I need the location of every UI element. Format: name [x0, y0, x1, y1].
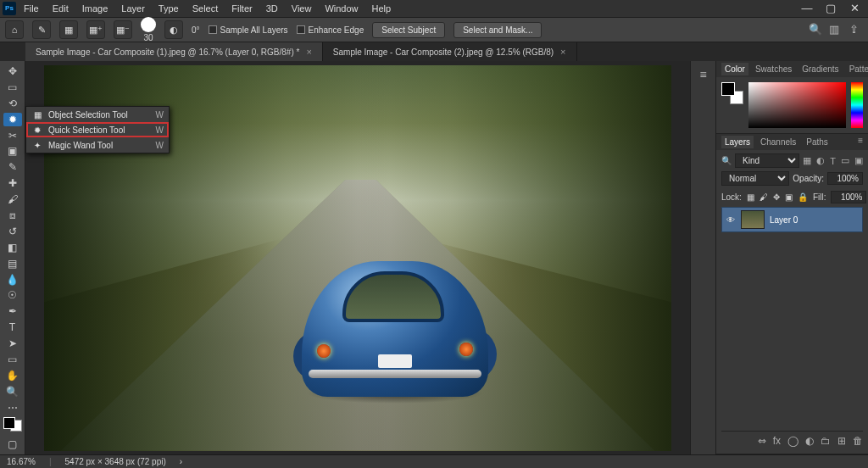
screen-mode-icon[interactable]: ▢ [3, 437, 22, 451]
path-selection-tool[interactable]: ➤ [3, 337, 22, 350]
delete-layer-icon[interactable]: 🗑 [853, 435, 863, 447]
flyout-object-selection[interactable]: ▦ Object Selection Tool W [26, 107, 169, 122]
window-close-icon[interactable]: ✕ [843, 0, 865, 17]
new-layer-icon[interactable]: ⊞ [837, 435, 846, 447]
tab-swatches[interactable]: Swatches [752, 63, 795, 75]
share-icon[interactable]: ⇪ [849, 23, 863, 36]
zoom-tool[interactable]: 🔍 [3, 385, 22, 398]
tab-layers[interactable]: Layers [721, 136, 754, 148]
layer-filter-select[interactable]: Kind [735, 153, 799, 168]
workspace-icon[interactable]: ▥ [829, 23, 843, 36]
lock-pixels-icon[interactable]: 🖌 [760, 192, 768, 202]
menu-select[interactable]: Select [186, 2, 225, 15]
filter-shape-icon[interactable]: ▭ [841, 155, 849, 166]
flyout-quick-selection[interactable]: ✹ Quick Selection Tool W [26, 122, 169, 137]
blur-tool[interactable]: 💧 [3, 273, 22, 287]
filter-smart-icon[interactable]: ▣ [854, 155, 863, 166]
document-tab-2[interactable]: Sample Image - Car Composite (2).jpeg @ … [323, 42, 577, 61]
tool-preset-icon[interactable]: ✎ [32, 20, 51, 39]
pen-tool[interactable]: ✒ [3, 304, 22, 318]
menu-filter[interactable]: Filter [225, 2, 258, 15]
lock-transparency-icon[interactable]: ▦ [747, 192, 754, 202]
menu-view[interactable]: View [286, 2, 318, 15]
healing-brush-tool[interactable]: ✚ [3, 176, 22, 190]
tab-paths[interactable]: Paths [803, 136, 832, 148]
angle-label: 0° [192, 25, 200, 35]
menu-image[interactable]: Image [76, 2, 114, 15]
edit-toolbar-icon[interactable]: ⋯ [3, 401, 22, 415]
visibility-icon[interactable]: 👁 [726, 215, 736, 225]
lock-position-icon[interactable]: ✥ [773, 192, 780, 202]
collapsed-dock[interactable]: ≡ [690, 61, 715, 454]
eraser-tool[interactable]: ◧ [3, 241, 22, 254]
panel-menu-icon[interactable]: ≡ [858, 136, 863, 148]
quick-selection-tool[interactable]: ✹ [3, 113, 22, 126]
menu-help[interactable]: Help [366, 2, 398, 15]
brush-angle-icon[interactable]: ◐ [164, 20, 183, 39]
enhance-edge-checkbox[interactable]: Enhance Edge [297, 25, 364, 35]
close-tab-icon[interactable]: × [560, 47, 565, 57]
new-selection-icon[interactable]: ▦ [59, 20, 78, 39]
subtract-selection-icon[interactable]: ▦⁻ [114, 20, 132, 39]
move-tool[interactable]: ✥ [3, 64, 22, 78]
filter-adjust-icon[interactable]: ◐ [816, 155, 825, 166]
flyout-magic-wand[interactable]: ✦ Magic Wand Tool W [26, 137, 169, 153]
menu-3d[interactable]: 3D [260, 2, 284, 15]
tab-channels[interactable]: Channels [757, 136, 799, 148]
filter-pixel-icon[interactable]: ▦ [803, 155, 811, 166]
dodge-tool[interactable]: ☉ [3, 288, 22, 302]
menu-edit[interactable]: Edit [47, 2, 75, 15]
opacity-input[interactable]: 100% [827, 172, 863, 185]
tab-gradients[interactable]: Gradients [798, 63, 842, 75]
zoom-level[interactable]: 16.67% [7, 457, 36, 466]
tab-patterns[interactable]: Patterns [846, 63, 868, 75]
brush-preview-icon[interactable] [141, 17, 156, 32]
tab-color[interactable]: Color [721, 63, 748, 75]
lock-all-icon[interactable]: 🔒 [798, 192, 808, 202]
shortcut-label: W [156, 141, 164, 150]
blend-mode-select[interactable]: Normal [721, 171, 789, 186]
menu-file[interactable]: File [18, 2, 45, 15]
lock-artboard-icon[interactable]: ▣ [785, 192, 793, 202]
layer-name[interactable]: Layer 0 [770, 215, 859, 225]
rectangle-tool[interactable]: ▭ [3, 353, 22, 366]
type-tool[interactable]: T [3, 320, 22, 334]
select-subject-button[interactable]: Select Subject [372, 22, 445, 38]
window-restore-icon[interactable]: ▢ [820, 0, 842, 17]
menu-layer[interactable]: Layer [115, 2, 151, 15]
select-and-mask-button[interactable]: Select and Mask... [453, 22, 542, 38]
color-swatch-icon[interactable] [721, 82, 743, 104]
crop-tool[interactable]: ✂ [3, 129, 22, 142]
window-minimize-icon[interactable]: — [796, 0, 818, 17]
document-tab-label: Sample Image - Car Composite (1).jpeg @ … [36, 47, 299, 57]
layer-fx-icon[interactable]: fx [773, 435, 781, 447]
layer-mask-icon[interactable]: ◯ [787, 435, 798, 447]
filter-type-icon[interactable]: T [830, 156, 836, 166]
menu-type[interactable]: Type [153, 2, 185, 15]
adjustment-layer-icon[interactable]: ◐ [805, 435, 814, 447]
layer-thumbnail[interactable] [741, 210, 765, 229]
marquee-tool[interactable]: ▭ [3, 81, 22, 94]
close-tab-icon[interactable]: × [306, 47, 311, 57]
menu-window[interactable]: Window [319, 2, 364, 15]
layer-item[interactable]: 👁 Layer 0 [721, 207, 863, 232]
gradient-tool[interactable]: ▤ [3, 257, 22, 270]
add-selection-icon[interactable]: ▦⁺ [86, 20, 105, 39]
lasso-tool[interactable]: ⟲ [3, 97, 22, 110]
history-brush-tool[interactable]: ↺ [3, 225, 22, 238]
fill-input[interactable]: 100% [831, 191, 866, 203]
hue-slider[interactable] [851, 82, 863, 128]
document-tab-1[interactable]: Sample Image - Car Composite (1).jpeg @ … [25, 42, 323, 61]
clone-stamp-tool[interactable]: ⧈ [3, 209, 22, 222]
color-picker[interactable] [748, 82, 846, 128]
group-icon[interactable]: 🗀 [821, 435, 831, 447]
search-icon[interactable]: 🔍 [809, 23, 822, 36]
foreground-background-swatch[interactable] [3, 417, 22, 432]
eyedropper-tool[interactable]: ✎ [3, 160, 22, 174]
sample-all-layers-checkbox[interactable]: Sample All Layers [209, 25, 288, 35]
home-icon[interactable]: ⌂ [5, 20, 24, 39]
link-layers-icon[interactable]: ⇔ [758, 435, 766, 447]
frame-tool[interactable]: ▣ [3, 144, 22, 158]
brush-tool[interactable]: 🖌 [3, 192, 22, 206]
hand-tool[interactable]: ✋ [3, 369, 22, 382]
